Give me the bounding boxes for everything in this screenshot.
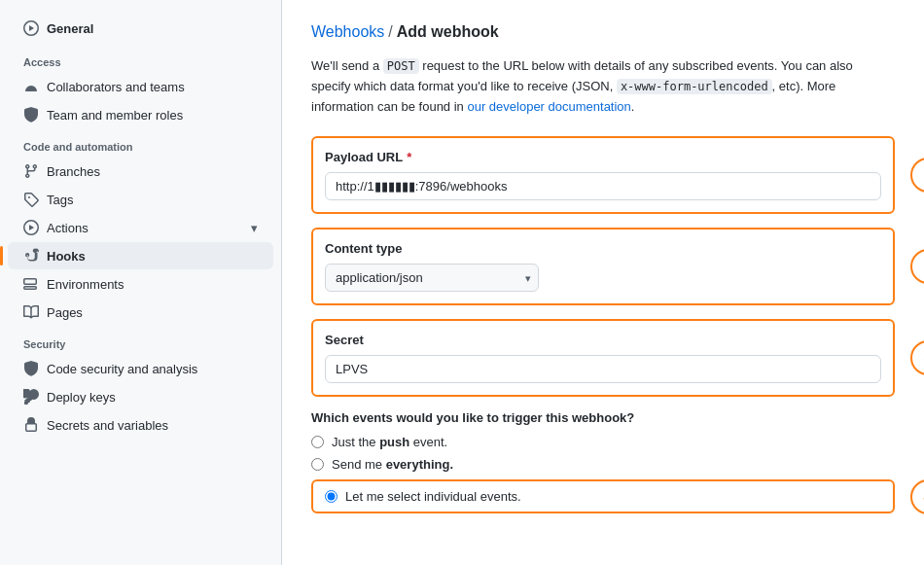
hook-icon [23,248,39,264]
sidebar-collaborators-label: Collaborators and teams [47,80,185,94]
shield-check-icon [23,361,39,376]
radio-push-input[interactable] [311,436,324,448]
step-4-number: 4 [910,479,924,514]
gear-icon [23,20,39,36]
radio-everything-label[interactable]: Send me everything. [332,457,453,472]
sidebar-item-general[interactable]: General [8,13,273,44]
secret-label: Secret [325,333,881,347]
sidebar-code-security-label: Code security and analysis [47,362,197,376]
sidebar-item-deploy-keys[interactable]: Deploy keys [8,383,273,410]
sidebar-general-label: General [47,21,93,36]
sidebar-tags-label: Tags [47,193,73,207]
sidebar-pages-label: Pages [47,305,83,320]
secret-section: Secret [311,319,895,397]
sidebar-item-secrets[interactable]: Secrets and variables [8,411,273,439]
secret-section-wrapper: Secret 3 [311,319,895,397]
step-3-number: 3 [910,340,924,375]
sidebar-section-access: Access [0,45,281,72]
radio-individual-label[interactable]: Let me select individual events. [345,489,521,504]
sidebar-item-environments[interactable]: Environments [8,270,273,298]
urlencoded-code: x-www-form-urlencoded [617,79,772,94]
sidebar-item-member-roles[interactable]: Team and member roles [8,101,273,128]
radio-everything[interactable]: Send me everything. [311,457,895,472]
sidebar-member-roles-label: Team and member roles [47,108,183,123]
breadcrumb-link[interactable]: Webhooks [311,23,384,41]
sidebar-item-actions[interactable]: Actions ▾ [8,214,273,241]
step-2-number: 2 [910,249,924,284]
sidebar: General Access Collaborators and teams T… [0,0,282,565]
sidebar-actions-label: Actions [47,221,89,235]
actions-icon [23,220,39,235]
tag-icon [23,192,39,207]
sidebar-section-security: Security [0,327,281,354]
payload-url-section-wrapper: Payload URL * 1 [311,136,895,214]
environments-icon [23,276,39,292]
key-icon [23,389,39,405]
radio-individual-wrapper: Let me select individual events. 4 [311,479,895,513]
payload-url-label: Payload URL * [325,150,881,164]
post-code: POST [383,58,419,74]
webhook-description: We'll send a POST request to the URL bel… [311,56,895,117]
sidebar-item-pages[interactable]: Pages [8,299,273,326]
radio-everything-input[interactable] [311,458,324,471]
content-type-section-wrapper: Content type application/json applicatio… [311,228,895,305]
pages-icon [23,304,39,320]
sidebar-item-branches[interactable]: Branches [8,158,273,185]
radio-push-label[interactable]: Just the push event. [332,435,447,449]
content-type-select[interactable]: application/json application/x-www-form-… [325,264,539,292]
breadcrumb-separator: / [388,23,392,41]
events-question: Which events would you like to trigger t… [311,410,895,425]
main-content: Webhooks / Add webhook We'll send a POST… [282,0,924,565]
content-type-section: Content type application/json applicatio… [311,228,895,305]
radio-individual-inner: Let me select individual events. [325,489,881,504]
sidebar-item-tags[interactable]: Tags [8,186,273,213]
required-star: * [407,150,411,164]
sidebar-environments-label: Environments [47,277,124,292]
radio-push-event[interactable]: Just the push event. [311,435,895,449]
content-type-label: Content type [325,241,881,256]
sidebar-secrets-label: Secrets and variables [47,418,168,433]
sidebar-item-hooks[interactable]: Hooks [8,242,273,269]
step-1-number: 1 [910,158,924,193]
breadcrumb: Webhooks / Add webhook [311,23,895,41]
radio-individual-input[interactable] [325,490,338,503]
sidebar-branches-label: Branches [47,164,100,179]
chevron-down-icon: ▾ [251,221,258,235]
sidebar-section-code-automation: Code and automation [0,129,281,157]
breadcrumb-current: Add webhook [397,23,499,41]
developer-docs-link[interactable]: our developer documentation [467,99,630,114]
shield-icon [23,107,39,123]
git-branch-icon [23,163,39,179]
person-icon [23,79,39,94]
sidebar-hooks-label: Hooks [47,249,86,264]
radio-individual-section: Let me select individual events. [311,479,895,513]
sidebar-item-code-security[interactable]: Code security and analysis [8,355,273,382]
content-type-select-wrap: application/json application/x-www-form-… [325,264,539,292]
payload-url-input[interactable] [325,172,881,200]
sidebar-item-collaborators[interactable]: Collaborators and teams [8,73,273,100]
payload-url-section: Payload URL * [311,136,895,214]
sidebar-deploy-keys-label: Deploy keys [47,390,116,405]
secret-input[interactable] [325,355,881,383]
secrets-icon [23,417,39,433]
